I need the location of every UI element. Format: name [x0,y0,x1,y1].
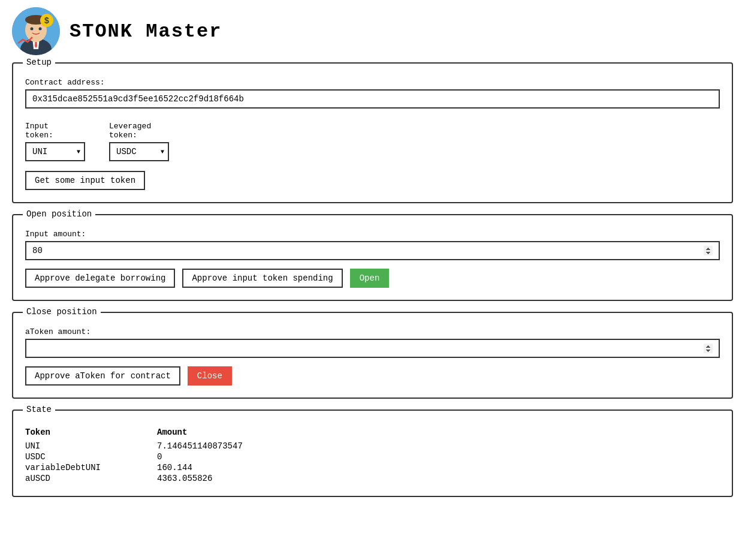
open-position-legend: Open position [23,209,95,219]
token-name-variabledebtuni: variableDebtUNI [25,463,157,472]
input-amount-wrapper [25,241,720,260]
state-section: State Token Amount UNI 7.146451140873547… [12,410,733,497]
token-amount-usdc: 0 [157,452,162,462]
open-position-buttons: Approve delegate borrowing Approve input… [25,269,720,288]
app-logo: $ [12,7,60,55]
token-amount-ausdc: 4363.055826 [157,474,212,483]
open-position-section: Open position Input amount: Approve dele… [12,214,733,301]
setup-section: Setup Contract address: Inputtoken: UNI … [12,62,733,203]
svg-point-7 [39,28,42,31]
token-name-uni: UNI [25,441,157,451]
svg-point-6 [31,28,34,31]
open-button[interactable]: Open [350,269,390,288]
table-row: variableDebtUNI 160.144 [25,462,720,473]
close-position-buttons: Approve aToken for contract Close [25,366,720,386]
token-amount-variabledebtuni: 160.144 [157,463,192,472]
input-token-wrapper: UNI ETH USDC USDT DAI ▼ [25,142,85,161]
input-token-select[interactable]: UNI ETH USDC USDT DAI [25,142,85,161]
state-table: Token Amount UNI 7.146451140873547 USDC … [25,426,720,484]
input-amount-input[interactable] [25,241,720,260]
header: $ STONK Master [0,0,745,62]
table-row: UNI 7.146451140873547 [25,441,720,451]
approve-delegate-borrowing-button[interactable]: Approve delegate borrowing [25,269,175,288]
column-header-token: Token [25,427,157,437]
approve-atoken-button[interactable]: Approve aToken for contract [25,366,180,386]
contract-address-label: Contract address: [25,78,720,87]
leveraged-token-label: Leveragedtoken: [109,122,169,140]
token-name-usdc: USDC [25,452,157,462]
leveraged-token-select[interactable]: USDC ETH DAI USDT [109,142,169,161]
contract-address-input[interactable] [25,89,720,109]
table-row: USDC 0 [25,451,720,462]
token-name-ausdc: aUSCD [25,474,157,483]
approve-input-token-spending-button[interactable]: Approve input token spending [182,269,342,288]
atoken-amount-input[interactable] [25,339,720,358]
input-amount-label: Input amount: [25,230,720,239]
atoken-amount-wrapper [25,339,720,358]
close-button[interactable]: Close [188,366,232,386]
column-header-amount: Amount [157,427,187,437]
app-title: STONK Master [70,20,222,43]
leveraged-token-wrapper: USDC ETH DAI USDT ▼ [109,142,169,161]
get-input-token-button[interactable]: Get some input token [25,171,145,190]
table-row: aUSCD 4363.055826 [25,473,720,484]
state-legend: State [23,405,55,414]
setup-legend: Setup [23,58,55,67]
close-position-section: Close position aToken amount: Approve aT… [12,312,733,399]
atoken-amount-label: aToken amount: [25,327,720,336]
input-token-label: Inputtoken: [25,122,85,140]
token-amount-uni: 7.146451140873547 [157,441,243,451]
main-content: Setup Contract address: Inputtoken: UNI … [0,62,745,520]
svg-text:$: $ [44,16,49,25]
state-table-header: Token Amount [25,426,720,438]
close-position-legend: Close position [23,307,101,317]
